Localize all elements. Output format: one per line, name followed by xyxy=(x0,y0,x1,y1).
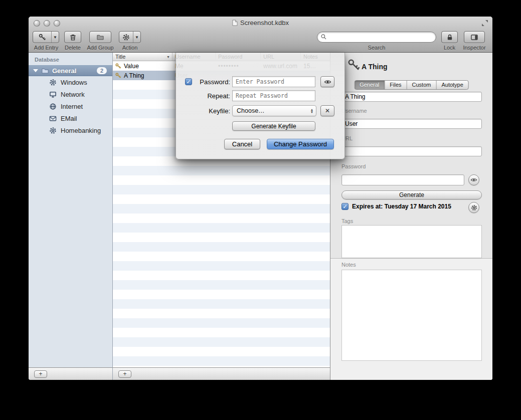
sidebar-item-label: Windows xyxy=(61,79,87,86)
inspector-button[interactable] xyxy=(464,31,485,43)
search-input[interactable] xyxy=(317,32,436,43)
inspector-panel: A Thing General Files Custom Autotype Us… xyxy=(330,53,492,380)
window-title: Screenshot.kdbx xyxy=(240,19,289,27)
window-title-area: Screenshot.kdbx xyxy=(29,17,492,29)
sidebar-group-badge: 2 xyxy=(97,67,107,74)
column-header-title[interactable]: Title ▼ xyxy=(113,53,172,61)
action-label: Action xyxy=(117,45,143,51)
close-button[interactable] xyxy=(34,20,40,27)
lock-icon xyxy=(446,34,453,41)
add-entry-label: Add Entry xyxy=(29,45,64,51)
titlebar[interactable]: Screenshot.kdbx xyxy=(29,17,492,29)
password-checkbox[interactable]: ✓ xyxy=(185,78,192,85)
clear-keyfile-button[interactable]: ✕ xyxy=(320,105,334,116)
add-entry-plus-button[interactable]: + xyxy=(118,370,131,378)
keyfile-popup-value: Choose… xyxy=(237,107,308,114)
sheet-repeat-label: Repeat: xyxy=(194,92,230,100)
sidebar-group-label: General xyxy=(52,67,76,75)
delete-label: Delete xyxy=(62,45,84,51)
app-window: Screenshot.kdbx ▼ Add Entry Delete xyxy=(29,17,492,380)
generate-keyfile-button[interactable]: Generate Keyfile xyxy=(232,121,315,131)
sidebar-item-label: EMail xyxy=(61,115,77,122)
generate-password-button[interactable]: Generate xyxy=(341,190,482,199)
folder-icon xyxy=(41,67,49,75)
monitor-icon xyxy=(49,91,57,98)
sheet-repeat-input[interactable] xyxy=(232,90,315,101)
sidebar-item-label: Network xyxy=(61,91,85,98)
tab-general[interactable]: General xyxy=(355,81,385,89)
add-group-button[interactable] xyxy=(89,31,111,43)
sidebar-item-internet[interactable]: Internet xyxy=(29,100,112,112)
cell-title: A Thing xyxy=(124,72,144,79)
tags-field[interactable] xyxy=(341,225,482,258)
tab-custom[interactable]: Custom xyxy=(407,81,437,89)
username-field[interactable] xyxy=(341,119,482,129)
key-icon xyxy=(115,63,121,69)
gear-icon xyxy=(119,34,133,41)
sort-indicator-icon: ▼ xyxy=(166,55,170,59)
change-password-button[interactable]: Change Password xyxy=(267,139,334,149)
tags-label: Tags xyxy=(341,218,353,224)
search-label: Search xyxy=(317,45,436,51)
sidebar: Database General 2 Windows Network xyxy=(29,53,113,367)
sidebar-item-network[interactable]: Network xyxy=(29,88,112,100)
inspector-entry-title: A Thing xyxy=(362,63,388,71)
action-button[interactable]: ▼ xyxy=(119,31,141,43)
sheet-password-input[interactable] xyxy=(232,76,315,87)
zoom-button[interactable] xyxy=(54,20,60,27)
add-group-label: Add Group xyxy=(84,45,117,51)
eye-icon xyxy=(470,176,477,183)
gear-icon xyxy=(49,79,57,86)
password-field[interactable] xyxy=(341,174,464,185)
sidebar-item-windows[interactable]: Windows xyxy=(29,76,112,88)
add-entry-button[interactable]: ▼ xyxy=(33,31,59,43)
tab-autotype[interactable]: Autotype xyxy=(436,81,468,89)
disclosure-triangle-icon[interactable] xyxy=(33,69,38,72)
inspector-tabs: General Files Custom Autotype xyxy=(354,80,469,90)
sheet-keyfile-label: Keyfile: xyxy=(194,107,230,115)
envelope-icon xyxy=(49,115,57,122)
popup-stepper-icon: ▲▼ xyxy=(308,108,316,113)
globe-icon xyxy=(49,103,57,110)
minimize-button[interactable] xyxy=(44,20,50,27)
reveal-password-button[interactable] xyxy=(468,174,479,185)
key-icon xyxy=(33,34,51,41)
sidebar-item-email[interactable]: EMail xyxy=(29,112,112,124)
lock-button[interactable] xyxy=(441,31,458,43)
inspector-panel-icon xyxy=(470,34,478,41)
gear-icon xyxy=(471,204,477,211)
list-footer-bar: + xyxy=(113,367,330,380)
change-password-sheet: ✓ Password: Repeat: Keyfile: Choose… ▲▼ … xyxy=(176,53,345,159)
fullscreen-icon[interactable] xyxy=(481,20,488,27)
action-dropdown[interactable]: ▼ xyxy=(133,32,140,43)
search-field-wrap xyxy=(317,32,436,43)
tab-files[interactable]: Files xyxy=(385,81,407,89)
sidebar-group-general[interactable]: General 2 xyxy=(29,65,112,76)
add-group-plus-button[interactable]: + xyxy=(34,370,47,378)
expires-settings-button[interactable] xyxy=(468,202,479,213)
sidebar-item-label: Homebanking xyxy=(61,127,101,134)
notes-field[interactable] xyxy=(341,270,482,361)
document-icon xyxy=(232,20,238,26)
notes-label: Notes xyxy=(341,262,356,268)
sidebar-item-homebanking[interactable]: Homebanking xyxy=(29,124,112,136)
delete-button[interactable] xyxy=(64,31,81,43)
key-icon xyxy=(115,73,121,79)
keyfile-popup[interactable]: Choose… ▲▼ xyxy=(232,105,316,116)
sidebar-item-label: Internet xyxy=(61,103,83,110)
password-label: Password xyxy=(341,163,366,169)
username-label: Username xyxy=(341,108,367,114)
sidebar-footer-bar: + xyxy=(29,367,113,380)
search-icon xyxy=(320,34,327,40)
url-field[interactable] xyxy=(341,146,482,156)
add-entry-dropdown[interactable]: ▼ xyxy=(51,32,59,43)
sheet-reveal-password-button[interactable] xyxy=(320,76,334,87)
toolbar: ▼ Add Entry Delete Add Group xyxy=(29,29,492,53)
window-chrome: Screenshot.kdbx ▼ Add Entry Delete xyxy=(29,17,492,53)
cell-title: Value xyxy=(124,63,139,70)
folder-icon xyxy=(96,34,104,41)
gear-icon xyxy=(49,127,57,134)
cancel-button[interactable]: Cancel xyxy=(224,139,260,149)
expires-checkbox[interactable]: ✓ xyxy=(341,203,349,210)
title-field[interactable] xyxy=(341,92,482,102)
